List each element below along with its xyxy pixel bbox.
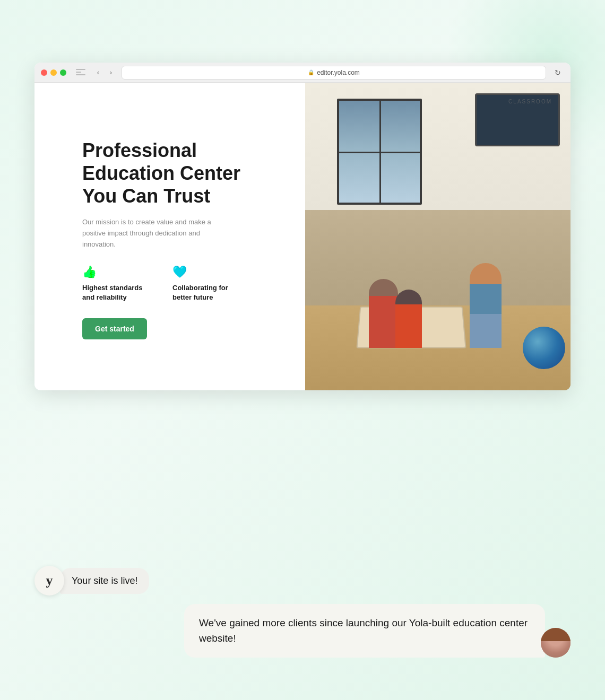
feature-1-label: Highest standards and reliability xyxy=(82,283,151,302)
globe-prop xyxy=(523,327,565,369)
browser-chrome: ‹ › 🔒 editor.yola.com ↻ xyxy=(34,63,571,83)
back-button[interactable]: ‹ xyxy=(93,67,103,78)
teacher-figure xyxy=(470,263,502,348)
close-button[interactable] xyxy=(41,69,47,76)
traffic-lights xyxy=(41,69,66,76)
classroom-background: CLASSROOM xyxy=(305,83,571,390)
student-1-figure xyxy=(369,279,398,348)
sidebar-toggle-icon[interactable] xyxy=(76,69,85,76)
feature-2-label: Collaborating for better future xyxy=(172,283,241,302)
classroom-window xyxy=(337,99,422,205)
browser-nav: ‹ › xyxy=(93,67,116,78)
chat-row-right: We've gained more clients since launchin… xyxy=(34,604,571,658)
url-text: editor.yola.com xyxy=(317,69,360,76)
chat-section: y Your site is live! We've gained more c… xyxy=(34,566,571,658)
hero-title: Professional Education Center You Can Tr… xyxy=(82,139,279,208)
chat-row-left: y Your site is live! xyxy=(34,566,571,596)
chat-bubble-site-live: Your site is live! xyxy=(60,568,149,594)
reload-button[interactable]: ↻ xyxy=(551,66,564,79)
avatar-hair xyxy=(541,628,571,641)
hero-subtitle: Our mission is to create value and make … xyxy=(82,217,220,250)
student-2-figure xyxy=(395,290,422,348)
image-watermark: CLASSROOM xyxy=(508,99,552,104)
address-bar[interactable]: 🔒 editor.yola.com xyxy=(122,66,546,80)
maximize-button[interactable] xyxy=(60,69,66,76)
features-row: 👍 Highest standards and reliability 💚 Co… xyxy=(82,265,279,302)
forward-button[interactable]: › xyxy=(106,67,116,78)
website-content: Professional Education Center You Can Tr… xyxy=(34,83,571,390)
yola-logo-badge: y xyxy=(34,566,64,596)
get-started-button[interactable]: Get started xyxy=(82,318,147,339)
feature-2: 💚 Collaborating for better future xyxy=(172,265,241,302)
user-avatar xyxy=(541,628,571,658)
hero-left-panel: Professional Education Center You Can Tr… xyxy=(34,83,305,390)
hero-image-panel: CLASSROOM xyxy=(305,83,571,390)
minimize-button[interactable] xyxy=(50,69,57,76)
thumbs-up-icon: 👍 xyxy=(82,265,151,279)
browser-window: ‹ › 🔒 editor.yola.com ↻ Professional Edu… xyxy=(34,63,571,390)
avatar-face xyxy=(541,628,571,658)
lock-icon: 🔒 xyxy=(308,69,314,75)
chat-bubble-testimonial: We've gained more clients since launchin… xyxy=(184,604,545,658)
feature-1: 👍 Highest standards and reliability xyxy=(82,265,151,302)
heart-icon: 💚 xyxy=(172,265,241,279)
